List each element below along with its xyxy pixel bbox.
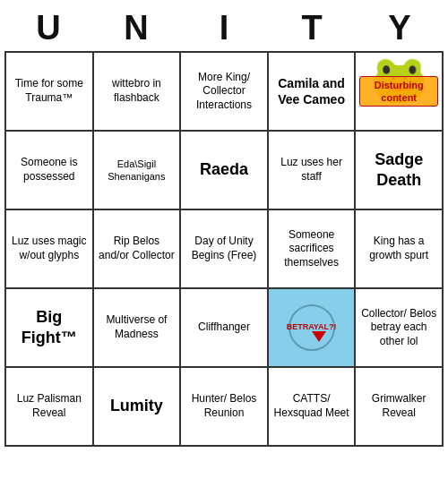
bingo-cell-r0c2: More King/ Collector Interactions (181, 53, 269, 132)
bingo-cell-r3c0: Big Fight™ (6, 289, 94, 368)
bingo-cell-r3c3: BETRAYAL?! (269, 289, 357, 368)
title-letter: Y (359, 9, 440, 47)
bingo-cell-r4c4: Grimwalker Reveal (356, 368, 444, 447)
bingo-cell-r1c0: Someone is possessed (6, 132, 94, 210)
bingo-cell-r0c1: wittebro in flashback (94, 53, 182, 132)
bingo-cell-r3c4: Collector/ Belos betray each other lol (356, 289, 444, 368)
bingo-cell-r2c1: Rip Belos and/or Collector (94, 210, 182, 289)
bingo-cell-r2c2: Day of Unity Begins (Free) (181, 210, 269, 289)
betrayal-text: BETRAYAL?! (287, 322, 337, 333)
title-letter: U (8, 9, 89, 47)
bingo-cell-r2c4: King has a growth spurt (356, 210, 444, 289)
bingo-cell-r2c3: Someone sacrifices themselves (269, 210, 357, 289)
bingo-cell-r3c1: Multiverse of Madness (94, 289, 182, 368)
bingo-cell-r2c0: Luz uses magic w/out glyphs (6, 210, 94, 289)
bingo-cell-r1c4: Sadge Death (356, 132, 444, 210)
bingo-cell-r1c3: Luz uses her staff (269, 132, 357, 210)
title-letter: N (96, 9, 177, 47)
bingo-title: UNITY (4, 5, 444, 51)
bingo-cell-r4c2: Hunter/ Belos Reunion (181, 368, 269, 447)
bingo-cell-r4c0: Luz Palisman Reveal (6, 368, 94, 447)
bingo-cell-r0c3: Camila and Vee Cameo (269, 53, 357, 132)
bingo-card: UNITY Time for some Trauma™wittebro in f… (4, 5, 444, 447)
bingo-cell-r1c2: Raeda (181, 132, 269, 210)
title-letter: I (184, 9, 264, 47)
bingo-cell-r0c4: 🐸Disturbing content (356, 53, 444, 132)
bingo-grid: Time for some Trauma™wittebro in flashba… (4, 51, 444, 447)
title-letter: T (271, 9, 352, 47)
bingo-cell-r0c0: Time for some Trauma™ (6, 53, 94, 132)
disturbing-label: Disturbing content (359, 76, 438, 107)
bingo-cell-r3c2: Cliffhanger (181, 289, 269, 368)
bingo-cell-r4c1: Lumity (94, 368, 182, 447)
bingo-cell-r4c3: CATTS/ Hexsquad Meet (269, 368, 357, 447)
bingo-cell-r1c1: Eda\Sigil Shenanigans (94, 132, 182, 210)
